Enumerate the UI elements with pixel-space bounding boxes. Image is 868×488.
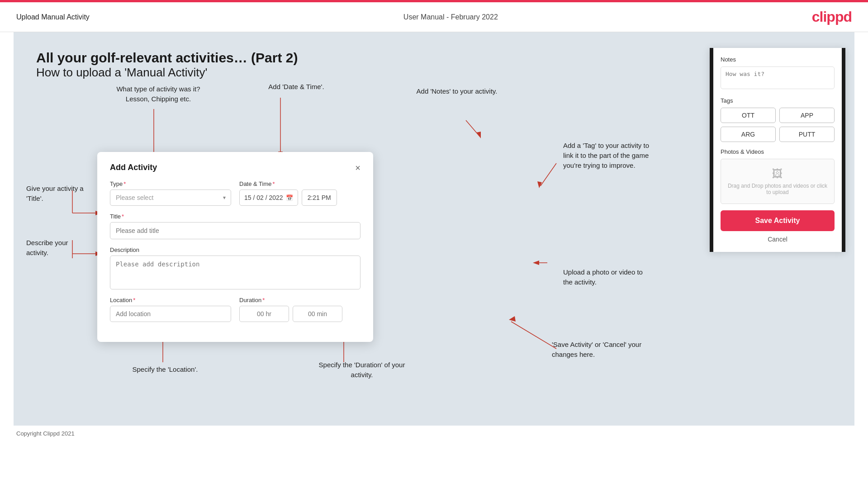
type-select-wrapper: Please select ▾ bbox=[110, 190, 231, 206]
page-header-left: Upload Manual Activity bbox=[16, 13, 90, 21]
phone-panel: Notes Tags OTT APP ARG PUTT Photos & Vid… bbox=[710, 48, 845, 252]
svg-line-23 bbox=[511, 322, 556, 349]
svg-marker-22 bbox=[533, 261, 539, 265]
title-label: Title* bbox=[110, 213, 360, 220]
photos-section: Photos & Videos 🖼 Drag and Drop photos a… bbox=[721, 148, 835, 204]
form-row-type-date: Type* Please select ▾ Date & Time* 15 / … bbox=[110, 180, 360, 206]
logo: clippd bbox=[812, 9, 852, 25]
drop-zone-text: Drag and Drop photos and videos or click… bbox=[728, 183, 827, 195]
dialog-header: Add Activity × bbox=[110, 163, 360, 172]
tag-app[interactable]: APP bbox=[779, 108, 835, 123]
callout-description: Describe your activity. bbox=[26, 238, 90, 258]
tags-section: Tags OTT APP ARG PUTT bbox=[721, 97, 835, 142]
duration-group bbox=[239, 306, 360, 322]
form-group-datetime: Date & Time* 15 / 02 / 2022 📅 2:21 PM bbox=[239, 180, 360, 206]
photos-label: Photos & Videos bbox=[721, 148, 835, 155]
notes-label: Notes bbox=[721, 56, 835, 63]
tag-ott[interactable]: OTT bbox=[721, 108, 776, 123]
cancel-link[interactable]: Cancel bbox=[721, 236, 835, 246]
callout-activity-type: What type of activity was it? Lesson, Ch… bbox=[113, 84, 204, 104]
svg-line-17 bbox=[466, 120, 479, 136]
tags-grid: OTT APP ARG PUTT bbox=[721, 108, 835, 142]
footer: Copyright Clippd 2021 bbox=[0, 426, 868, 441]
copyright-text: Copyright Clippd 2021 bbox=[16, 430, 75, 437]
callout-save-cancel: 'Save Activity' or 'Cancel' your changes… bbox=[552, 340, 649, 360]
description-label: Description bbox=[110, 246, 360, 253]
photos-drop-zone[interactable]: 🖼 Drag and Drop photos and videos or cli… bbox=[721, 159, 835, 204]
main-content: All your golf-relevant activities… (Part… bbox=[14, 32, 854, 426]
title-input[interactable] bbox=[110, 222, 360, 239]
hours-input[interactable] bbox=[239, 306, 289, 322]
top-bar: Upload Manual Activity User Manual - Feb… bbox=[0, 2, 868, 32]
form-row-location-duration: Location* Duration* bbox=[110, 297, 360, 322]
add-activity-dialog: Add Activity × Type* Please select ▾ Dat… bbox=[97, 152, 373, 342]
description-textarea[interactable] bbox=[110, 256, 360, 289]
date-time-group: 15 / 02 / 2022 📅 2:21 PM bbox=[239, 190, 360, 206]
phone-inner: Notes Tags OTT APP ARG PUTT Photos & Vid… bbox=[713, 48, 842, 252]
photo-icon: 🖼 bbox=[726, 167, 830, 180]
notes-textarea[interactable] bbox=[721, 66, 835, 89]
callout-title: Give your activity a 'Title'. bbox=[26, 184, 90, 204]
form-group-title: Title* bbox=[110, 213, 360, 239]
tag-arg[interactable]: ARG bbox=[721, 127, 776, 142]
callout-location: Specify the 'Location'. bbox=[122, 365, 208, 374]
callout-duration: Specify the 'Duration' of your activity. bbox=[312, 360, 412, 380]
close-button[interactable]: × bbox=[355, 163, 360, 172]
type-label: Type* bbox=[110, 180, 231, 187]
page-header-center: User Manual - February 2022 bbox=[403, 13, 498, 21]
time-input[interactable]: 2:21 PM bbox=[302, 190, 337, 206]
form-group-type: Type* Please select ▾ bbox=[110, 180, 231, 206]
svg-marker-20 bbox=[537, 181, 542, 188]
form-group-description: Description bbox=[110, 246, 360, 289]
date-input[interactable]: 15 / 02 / 2022 📅 bbox=[239, 190, 298, 206]
calendar-icon: 📅 bbox=[286, 194, 293, 201]
type-select[interactable]: Please select bbox=[110, 190, 231, 206]
minutes-input[interactable] bbox=[293, 306, 342, 322]
dialog-title: Add Activity bbox=[110, 163, 157, 172]
location-label: Location* bbox=[110, 297, 231, 303]
callout-date-time: Add 'Date & Time'. bbox=[256, 82, 337, 92]
callout-notes: Add 'Notes' to your activity. bbox=[412, 86, 502, 96]
form-group-duration: Duration* bbox=[239, 297, 360, 322]
svg-line-19 bbox=[541, 163, 556, 186]
callout-tag: Add a 'Tag' to your activity to link it … bbox=[563, 141, 660, 170]
callout-upload-media: Upload a photo or video to the activity. bbox=[563, 267, 654, 287]
datetime-label: Date & Time* bbox=[239, 180, 360, 187]
save-activity-button[interactable]: Save Activity bbox=[721, 210, 835, 231]
form-group-location: Location* bbox=[110, 297, 231, 322]
location-input[interactable] bbox=[110, 306, 231, 322]
tags-label: Tags bbox=[721, 97, 835, 104]
duration-label: Duration* bbox=[239, 297, 360, 303]
svg-marker-18 bbox=[476, 132, 481, 138]
svg-marker-24 bbox=[509, 316, 516, 322]
tag-putt[interactable]: PUTT bbox=[779, 127, 835, 142]
